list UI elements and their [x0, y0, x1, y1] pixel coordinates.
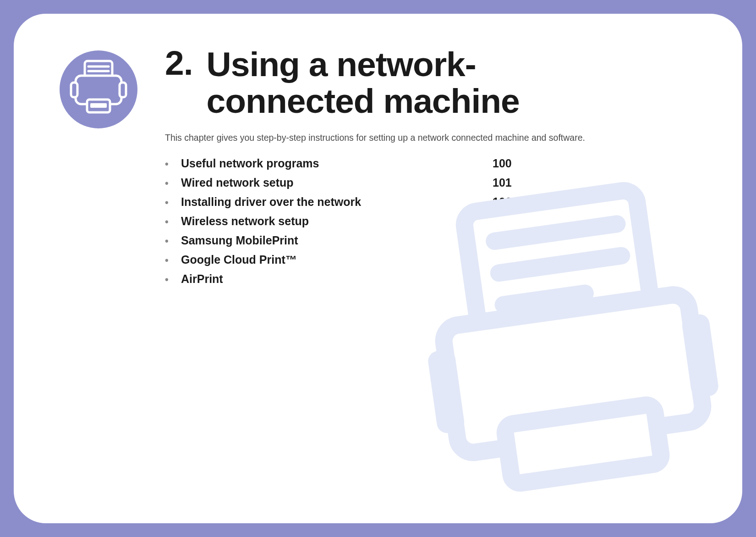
- svg-rect-6: [681, 313, 719, 399]
- toc-item-page: 106: [493, 195, 512, 209]
- toc-item-title: Wireless network setup: [181, 215, 493, 228]
- toc-item: • Wireless network setup 115: [165, 215, 696, 228]
- toc-bullet: •: [165, 197, 181, 209]
- title-row: 2. Using a network- connected machine: [165, 46, 696, 120]
- toc-item: • Google Cloud Print™ 146: [165, 253, 696, 266]
- svg-rect-5: [427, 349, 466, 434]
- toc-item-page: 115: [493, 215, 512, 228]
- chapter-printer-icon: [60, 50, 137, 128]
- content-panel: 2. Using a network- connected machine Th…: [14, 14, 742, 523]
- chapter-number: 2.: [165, 46, 193, 80]
- svg-rect-15: [90, 103, 107, 108]
- toc-item-title: AirPrint: [181, 272, 493, 286]
- toc-list: • Useful network programs 100 • Wired ne…: [165, 157, 696, 286]
- title-block: 2. Using a network- connected machine Th…: [165, 46, 696, 292]
- chapter-description: This chapter gives you step-by-step inst…: [165, 133, 696, 143]
- toc-item: • Installing driver over the network 106: [165, 195, 696, 209]
- toc-item-title: Wired network setup: [181, 176, 493, 189]
- toc-item-title: Samsung MobilePrint: [181, 234, 493, 247]
- toc-item: • AirPrint 149: [165, 272, 696, 286]
- chapter-title-line1: Using a network-: [207, 46, 520, 83]
- toc-bullet: •: [165, 177, 181, 189]
- toc-item-title: Installing driver over the network: [181, 195, 493, 209]
- header-row: 2. Using a network- connected machine Th…: [60, 46, 696, 292]
- svg-rect-7: [504, 404, 662, 484]
- toc-bullet: •: [165, 158, 181, 170]
- svg-rect-13: [120, 83, 126, 97]
- toc-bullet: •: [165, 274, 181, 286]
- svg-rect-12: [71, 83, 77, 97]
- toc-item: • Samsung MobilePrint 145: [165, 234, 696, 247]
- toc-item-title: Useful network programs: [181, 157, 493, 170]
- chapter-title-line2: connected machine: [207, 83, 520, 119]
- toc-bullet: •: [165, 216, 181, 228]
- svg-line-3: [504, 293, 585, 305]
- toc-item-page: 100: [493, 157, 512, 170]
- toc-item-page: 149: [493, 272, 512, 286]
- toc-item: • Wired network setup 101: [165, 176, 696, 189]
- svg-rect-4: [442, 293, 705, 454]
- page-container: 2. Using a network- connected machine Th…: [0, 0, 756, 537]
- toc-bullet: •: [165, 235, 181, 247]
- toc-item-page: 101: [493, 176, 512, 189]
- toc-bullet: •: [165, 255, 181, 266]
- chapter-title-wrapper: Using a network- connected machine: [207, 46, 520, 120]
- toc-item-page: 145: [493, 234, 512, 247]
- toc-item-title: Google Cloud Print™: [181, 253, 493, 266]
- toc-item-page: 146: [493, 253, 512, 266]
- toc-item: • Useful network programs 100: [165, 157, 696, 170]
